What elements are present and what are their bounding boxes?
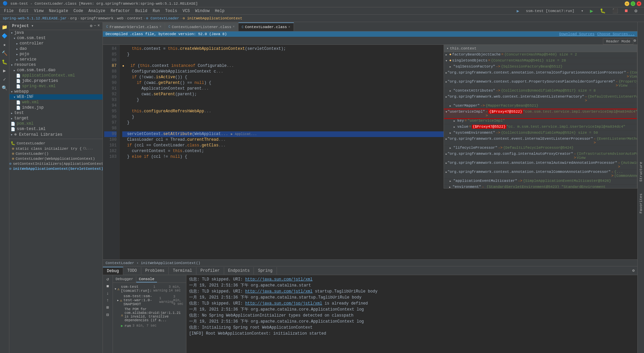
tree-pojo[interactable]: ▸ pojo bbox=[9, 51, 103, 57]
run-item-main[interactable]: ▾ ⚠ ssm-test [tomcat7:run]: 1 warning 3 … bbox=[113, 284, 186, 293]
menu-tools[interactable]: Tools bbox=[163, 9, 180, 13]
tree-com-ssm[interactable]: ▾ com.ssm.test bbox=[9, 35, 103, 41]
tree-web-inf[interactable]: ▾ WEB-INF bbox=[9, 94, 103, 100]
left-icon-build[interactable]: 🔨 bbox=[1, 49, 8, 57]
bc-web[interactable]: web bbox=[117, 16, 124, 20]
menu-code[interactable]: Code bbox=[71, 9, 86, 13]
tree-webxml[interactable]: 📄 web.xml bbox=[9, 100, 103, 105]
menu-window[interactable]: Window bbox=[192, 9, 212, 13]
bottom-tab-spring[interactable]: Spring bbox=[254, 267, 277, 274]
bc-org[interactable]: org bbox=[70, 16, 77, 20]
left-icon-debug[interactable]: 🐛 bbox=[1, 58, 8, 66]
left-icon-favorites[interactable]: ★ bbox=[1, 41, 8, 48]
tree-resources[interactable]: ▾ resources bbox=[9, 62, 103, 68]
stop-red-button[interactable]: ■ bbox=[622, 8, 631, 14]
bc-method[interactable]: ⊙ initWebApplicationContext bbox=[183, 16, 242, 20]
debug-row-config-proc[interactable]: ▸ "org.springframework.context.annotatio… bbox=[444, 70, 637, 79]
structure-label[interactable]: Structure bbox=[638, 159, 644, 184]
bc-contextloader[interactable]: ⊙ ContextLoader bbox=[146, 16, 179, 20]
project-settings-icon[interactable]: ⚙ bbox=[90, 23, 92, 28]
debug-row-sqlsession[interactable]: ▸ "sqlSessionFactory" -> {SqlSessionFact… bbox=[444, 64, 637, 70]
link-jstl-1[interactable]: http://java.sun.com/jstl/xml bbox=[245, 277, 313, 282]
sub-tab-debugger[interactable]: Debugger bbox=[113, 276, 136, 282]
debug-button[interactable]: 🐛 bbox=[597, 8, 608, 14]
maximize-button[interactable]: □ bbox=[631, 1, 635, 6]
debug-constructor1[interactable]: ⊙ ContextLoader() bbox=[9, 151, 103, 156]
tree-iml[interactable]: 📄 ssm-test.iml bbox=[9, 126, 103, 132]
menu-vcs[interactable]: VCS bbox=[180, 9, 193, 13]
tree-jdbc[interactable]: 📄 jdbc.properties bbox=[9, 78, 103, 84]
debug-constructor2[interactable]: ⊙ ContextLoader(WebApplicationContext) bbox=[9, 156, 103, 161]
tree-pom[interactable]: 📄 pom.xml bbox=[9, 121, 103, 126]
menu-edit[interactable]: Edit bbox=[16, 9, 31, 13]
bottom-tab-endpoints[interactable]: Endpoints bbox=[224, 267, 254, 274]
settings-button[interactable]: ⚙ bbox=[632, 8, 640, 14]
menu-run[interactable]: Run bbox=[150, 9, 163, 13]
tree-dao[interactable]: ▸ dao bbox=[9, 46, 103, 51]
bottom-tab-profiler[interactable]: Profiler bbox=[196, 267, 224, 274]
tree-test[interactable]: ▸ test bbox=[9, 110, 103, 116]
bottom-tab-problems[interactable]: Problems bbox=[141, 267, 169, 274]
choose-sources-link[interactable]: Choose Sources... bbox=[597, 32, 635, 36]
tab-contextloader[interactable]: C ContextLoader.class × bbox=[238, 22, 294, 31]
menu-build[interactable]: Build bbox=[133, 9, 150, 13]
menu-file[interactable]: File bbox=[1, 9, 16, 13]
debug-set-init[interactable]: ⊙ setContextInitializers(ApplicationCont… bbox=[9, 161, 103, 166]
favorites-label[interactable]: Favorites bbox=[638, 191, 644, 216]
menu-refactor[interactable]: Refactor bbox=[108, 9, 133, 13]
debug-row-ctx-attrs[interactable]: ▸ "contextAttributes" -> {Collections$Un… bbox=[444, 88, 637, 94]
bottom-tab-terminal[interactable]: Terminal bbox=[169, 267, 196, 274]
menu-help[interactable]: Help bbox=[212, 9, 227, 13]
tree-app-context[interactable]: 📄 applicationContext.xml bbox=[9, 73, 103, 78]
tree-webapp[interactable]: ▾ webapp bbox=[9, 89, 103, 94]
bc-jar[interactable]: spring-web-5.1.12.RELEASE.jar bbox=[3, 16, 66, 20]
bl-filter-icon[interactable]: ⊟ bbox=[107, 312, 109, 318]
bl-down-icon[interactable]: ↓ bbox=[107, 291, 109, 296]
debug-row-factory-cache[interactable]: ▸ ● factoryBeanObjectCache = {Concurrent… bbox=[444, 52, 637, 58]
bc-springframework[interactable]: springframework bbox=[80, 16, 113, 20]
run-item-snapshot[interactable]: ▸ ⚠ ssm-test:ssm-test-war:1.0-SNAPSHOT 1… bbox=[113, 293, 186, 307]
debug-row-env[interactable]: ▸ "environment" -> {StandardServletEnvir… bbox=[444, 185, 637, 189]
debug-row-event-factory[interactable]: ▸ "org.springframework.web.context.inter… bbox=[444, 94, 637, 103]
tree-ext-libs[interactable]: ▸ ⊕ External Libraries bbox=[9, 132, 103, 137]
debug-row-usermapper[interactable]: ▸ "userMapper" -> {MapperFactoryBean@552… bbox=[444, 103, 637, 109]
stop-button[interactable]: ⬛ bbox=[610, 8, 621, 14]
project-collapse-icon[interactable]: − bbox=[94, 23, 96, 28]
debug-row-lifecycle[interactable]: ▸ "lifecycleProcessor" -> {DefaultLifecy… bbox=[444, 145, 637, 151]
menu-view[interactable]: View bbox=[31, 9, 46, 13]
tab-frameworkservlet[interactable]: C FrameworkServlet.class × bbox=[103, 22, 165, 31]
debug-row-multicaster[interactable]: ▸ "applicationEventMulticaster" -> {Simp… bbox=[444, 179, 637, 185]
run-config-label[interactable]: ssm-test [tomcat7:run] bbox=[523, 9, 577, 13]
sub-tab-console[interactable]: Console bbox=[136, 276, 157, 282]
menu-analyze[interactable]: Analyze bbox=[86, 9, 108, 13]
menu-navigate[interactable]: Navigate bbox=[46, 9, 71, 13]
bc-context[interactable]: context bbox=[127, 16, 143, 20]
bottom-tab-todo[interactable]: TODO bbox=[123, 267, 141, 274]
download-sources-link[interactable]: Download Sources bbox=[559, 32, 595, 36]
link-jstl-3[interactable]: http://java.sun.com/jsp/jstl/xml bbox=[245, 301, 322, 306]
tree-target[interactable]: ▸ target bbox=[9, 116, 103, 121]
bl-restart-icon[interactable]: ↺ bbox=[107, 276, 109, 282]
debug-row-userservice[interactable]: ▾ "userServiceImpl" -> {$Proxy47@5522} "… bbox=[444, 109, 637, 118]
reader-mode-badge[interactable]: Reader Mode bbox=[603, 38, 633, 44]
left-icon-structure[interactable]: 🔷 bbox=[1, 32, 8, 39]
bottom-tab-debug[interactable]: Debug bbox=[103, 267, 123, 275]
link-jstl-2[interactable]: http://java.sun.com/jstl/xml bbox=[245, 289, 313, 294]
debug-row-autowired[interactable]: ▸ "org.springframework.context.annotatio… bbox=[444, 160, 637, 169]
run-config-dropdown[interactable]: ▾ bbox=[579, 9, 586, 13]
left-icon-todo[interactable]: ✓ bbox=[1, 76, 8, 83]
tab-cl-close[interactable]: × bbox=[288, 25, 290, 29]
left-icon-run[interactable]: ▶ bbox=[1, 67, 8, 74]
tab-cll-close[interactable]: × bbox=[233, 25, 235, 29]
project-close-icon[interactable]: × bbox=[98, 23, 100, 28]
minimize-button[interactable]: ─ bbox=[625, 1, 629, 6]
tree-dao-folder[interactable]: ▸ com.ssm.test.dao bbox=[9, 68, 103, 73]
editor-gear-icon[interactable]: ⚙ bbox=[634, 38, 636, 43]
debug-row-event-proc[interactable]: ▸ "org.springframework.context.event.int… bbox=[444, 136, 637, 145]
tab-fs-close[interactable]: × bbox=[159, 25, 161, 29]
debug-row-us-key[interactable]: ▸ key = "userServiceImpl" bbox=[444, 118, 637, 124]
tree-spring-mvc[interactable]: 📄 spring-mvc.xml bbox=[9, 84, 103, 89]
debug-init-web[interactable]: ⊙ initWebApplicationContext(ServletConte… bbox=[9, 166, 103, 171]
bottom-settings-icon[interactable]: ⚙ bbox=[630, 267, 637, 274]
debug-row-singleton[interactable]: ▾ ● singletonObjects = {ConcurrentHashMa… bbox=[444, 58, 637, 64]
